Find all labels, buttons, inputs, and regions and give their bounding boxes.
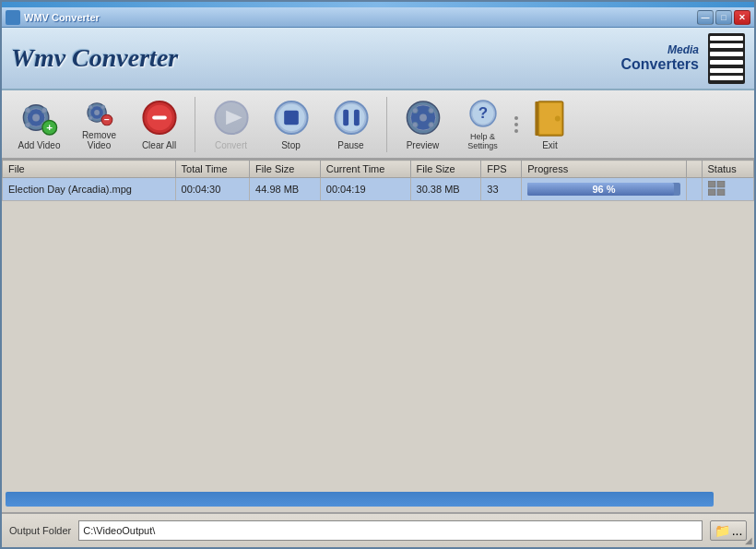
svg-text:?: ? — [478, 104, 487, 122]
col-header-file: File — [3, 161, 176, 178]
svg-point-35 — [412, 122, 418, 127]
convert-label: Convert — [215, 140, 247, 150]
film-hole — [710, 76, 743, 80]
pause-icon — [331, 98, 372, 137]
pause-label: Pause — [337, 140, 363, 150]
col-header-current-file-size: File Size — [410, 161, 481, 178]
svg-rect-25 — [284, 111, 299, 125]
cell-current-time: 00:04:19 — [320, 178, 410, 201]
resize-grip: ◢ — [745, 535, 752, 545]
window-title: WMV Converter — [24, 12, 100, 23]
cell-file-size: 44.98 MB — [250, 178, 321, 201]
file-table: File Total Time File Size Current Time F… — [2, 160, 754, 201]
content-area — [2, 228, 754, 486]
maximize-button[interactable]: □ — [715, 10, 732, 25]
brand-line2: Converters — [621, 56, 699, 73]
col-header-total-time: Total Time — [175, 161, 250, 178]
svg-point-13 — [100, 105, 104, 109]
preview-label: Preview — [407, 140, 440, 150]
exit-icon — [530, 98, 571, 137]
cell-current-file-size: 30.38 MB — [410, 178, 481, 201]
bottom-controls: Output Folder 📁 ... — [2, 486, 754, 547]
svg-rect-46 — [708, 189, 715, 196]
svg-rect-20 — [152, 116, 167, 120]
stop-icon — [271, 98, 312, 137]
help-settings-label: Help & Settings — [456, 132, 509, 150]
output-folder-label: Output Folder — [9, 525, 71, 536]
film-hole — [710, 52, 743, 56]
convert-button[interactable]: Convert — [201, 94, 261, 154]
brand-line1: Media — [621, 43, 699, 56]
film-hole — [710, 43, 743, 48]
cell-total-time: 00:04:30 — [175, 178, 250, 201]
title-bar-left: WMV Converter — [6, 10, 100, 25]
output-folder-bar: Output Folder 📁 ... — [2, 512, 754, 547]
minimize-button[interactable]: — — [697, 10, 714, 25]
col-header-current-time: Current Time — [320, 161, 410, 178]
brand-logo: Media Converters — [621, 33, 745, 84]
svg-point-34 — [428, 108, 433, 113]
svg-point-14 — [89, 116, 92, 120]
add-video-label: Add Video — [18, 140, 61, 150]
svg-rect-45 — [717, 181, 725, 187]
stop-button[interactable]: Stop — [261, 94, 321, 154]
svg-point-12 — [89, 105, 92, 109]
cell-progress: 96 % — [522, 178, 687, 201]
svg-rect-47 — [717, 189, 725, 196]
svg-point-27 — [337, 104, 364, 131]
svg-point-36 — [428, 122, 433, 127]
close-button[interactable]: ✕ — [734, 10, 750, 25]
svg-rect-43 — [535, 101, 538, 136]
film-hole — [710, 60, 743, 65]
svg-rect-28 — [343, 110, 348, 126]
svg-point-11 — [94, 110, 100, 115]
app-icon — [6, 10, 20, 25]
app-title: Wmv Converter — [11, 43, 178, 73]
scroll-area — [2, 486, 754, 512]
add-video-button[interactable]: + Add Video — [9, 94, 69, 154]
svg-text:−: − — [104, 114, 110, 125]
svg-point-33 — [412, 108, 418, 113]
film-strip — [708, 33, 745, 84]
svg-rect-44 — [708, 181, 715, 187]
svg-rect-29 — [353, 110, 359, 126]
clear-all-button[interactable]: Clear All — [129, 94, 189, 154]
help-settings-button[interactable]: ? Help & Settings — [453, 94, 513, 154]
svg-point-42 — [554, 116, 560, 122]
app-window: WMV Converter — □ ✕ Wmv Converter Media … — [0, 0, 756, 549]
remove-video-label: Remove Video — [73, 130, 125, 150]
progress-label: 96 % — [527, 184, 680, 195]
svg-point-3 — [25, 108, 30, 113]
add-video-icon: + — [19, 98, 60, 137]
col-header-status: Status — [702, 161, 754, 178]
stop-label: Stop — [281, 140, 301, 150]
film-hole — [710, 36, 743, 41]
output-folder-input[interactable] — [78, 520, 703, 541]
film-hole — [710, 68, 743, 73]
pause-button[interactable]: Pause — [321, 94, 381, 154]
preview-icon — [403, 98, 443, 137]
status-grid-icon — [708, 181, 726, 196]
cell-fps: 33 — [481, 178, 522, 201]
app-header: Wmv Converter Media Converters — [2, 28, 754, 90]
convert-icon — [211, 98, 252, 137]
col-header-file-size: File Size — [250, 161, 321, 178]
svg-point-2 — [32, 114, 40, 122]
clear-all-icon — [139, 98, 180, 137]
remove-video-button[interactable]: − Remove Video — [69, 94, 129, 154]
browse-button[interactable]: 📁 ... — [710, 520, 747, 541]
exit-button[interactable]: Exit — [520, 94, 580, 154]
horizontal-scrollbar[interactable] — [6, 492, 714, 507]
browse-ellipsis: ... — [732, 523, 743, 538]
title-bar: WMV Converter — □ ✕ — [2, 7, 754, 28]
table-row[interactable]: Election Day (Arcadia).mpg 00:04:30 44.9… — [3, 178, 754, 201]
cell-blank — [686, 178, 702, 201]
help-settings-icon: ? — [463, 98, 503, 129]
preview-button[interactable]: Preview — [393, 94, 453, 154]
svg-point-32 — [419, 114, 427, 122]
clear-all-label: Clear All — [142, 140, 176, 150]
separator-dots — [514, 116, 518, 133]
svg-point-4 — [41, 108, 46, 113]
main-body: File Total Time File Size Current Time F… — [2, 160, 754, 547]
file-list-area: File Total Time File Size Current Time F… — [2, 160, 754, 228]
